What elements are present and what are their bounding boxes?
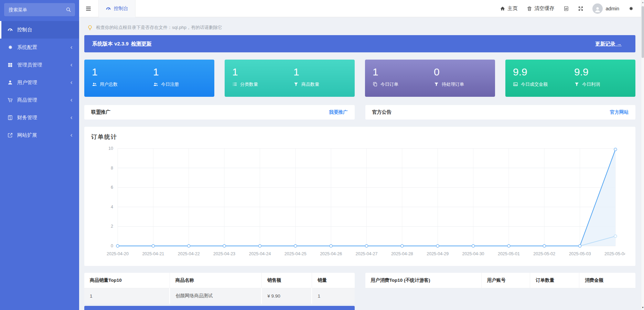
svg-text:2025-05-03: 2025-05-03 xyxy=(569,251,591,256)
stat: 9.9今日利润 xyxy=(574,66,635,97)
scroll-down-arrow[interactable]: ▼ xyxy=(641,306,644,309)
gears-icon xyxy=(628,6,634,11)
stat-label: 商品数量 xyxy=(293,81,355,87)
sidebar-item-label: 管理员管理 xyxy=(17,62,69,68)
stat: 9.9今日成交金额 xyxy=(513,66,574,97)
image-icon xyxy=(513,82,518,87)
svg-text:2025-04-23: 2025-04-23 xyxy=(213,251,235,256)
fullscreen-button[interactable] xyxy=(578,6,583,11)
fullscreen-icon xyxy=(578,6,583,11)
refresh-tab-button[interactable] xyxy=(564,6,569,11)
svg-text:2025-04-30: 2025-04-30 xyxy=(462,251,484,256)
stat-label-text: 今日注册 xyxy=(161,81,179,87)
panel-title: 联盟推广 xyxy=(91,109,110,115)
user-top10-table-card: 用户消费Top10 (不统计游客)用户账号订单数量消费金额 xyxy=(365,273,636,288)
table-cell: 创颜网络商品测试 xyxy=(170,288,261,304)
stat-label-text: 今日成交金额 xyxy=(521,81,548,87)
stat-label-text: 商品数量 xyxy=(301,81,319,87)
gauge-icon xyxy=(106,6,111,11)
panel-row: 联盟推广 我要推广 官方公告 官方网站 xyxy=(84,105,635,120)
search-input[interactable] xyxy=(4,3,75,16)
scrollbar-thumb[interactable] xyxy=(642,6,644,58)
vertical-scrollbar[interactable]: ▲ ▼ xyxy=(641,0,644,310)
sidebar-item-label: 商品管理 xyxy=(17,97,69,103)
order-stats-card: 订单统计 02468102025-04-202025-04-212025-04-… xyxy=(84,127,635,266)
ledger-icon xyxy=(7,115,13,121)
svg-text:0: 0 xyxy=(111,244,113,248)
sidebar: 控制台系统配置管理员管理用户管理商品管理财务管理网站扩展 xyxy=(0,0,79,310)
content: 检查你的站点根目录下是否存在文件：sql.php，有的话请删除它 系统版本 v2… xyxy=(79,17,644,310)
sidebar-item-user-manage[interactable]: 用户管理 xyxy=(0,74,79,91)
alert-text: 检查你的站点根目录下是否存在文件：sql.php，有的话请删除它 xyxy=(96,24,222,31)
settings-button[interactable] xyxy=(628,6,634,11)
stat-card-0: 1用户总数1今日注册 xyxy=(84,60,214,97)
home-icon xyxy=(500,6,505,11)
chevron-left-icon xyxy=(69,133,74,137)
official-site-link[interactable]: 官方网站 xyxy=(610,109,629,115)
stat-label: 用户总数 xyxy=(92,81,153,87)
table-header-cell: 用户消费Top10 (不统计游客) xyxy=(365,273,482,288)
changelog-link[interactable]: 更新记录 → xyxy=(595,41,622,46)
cart-icon xyxy=(7,97,13,103)
user-icon xyxy=(7,80,13,85)
stat-value: 1 xyxy=(373,66,434,78)
sidebar-item-site-extend[interactable]: 网站扩展 xyxy=(0,126,79,144)
stat-label: 今日注册 xyxy=(153,81,214,87)
chart-title: 订单统计 xyxy=(91,133,629,141)
topbar: 控制台 主页 清空缓存 admin xyxy=(79,0,644,17)
sidebar-item-finance-manage[interactable]: 财务管理 xyxy=(0,109,79,126)
stat-value: 0 xyxy=(434,66,495,78)
table-footer-strip xyxy=(84,306,355,310)
svg-text:10: 10 xyxy=(108,146,113,151)
stat-label: 待处理订单 xyxy=(434,81,495,87)
sidebar-item-admin-manage[interactable]: 管理员管理 xyxy=(0,56,79,74)
sidebar-item-console[interactable]: 控制台 xyxy=(0,21,79,39)
tables-row: 商品销量Top10商品名称销售额销量1创颜网络商品测试¥ 9.901 用户消费T… xyxy=(84,273,635,310)
table-header-cell: 商品名称 xyxy=(170,273,261,288)
topbar-actions: 主页 清空缓存 admin xyxy=(500,3,644,14)
main-area: 控制台 主页 清空缓存 admin xyxy=(79,0,644,310)
stat-value: 9.9 xyxy=(574,66,635,78)
version-banner: 系统版本 v2.3.9 检测更新 更新记录 → xyxy=(84,35,635,52)
order-chart-svg: 02468102025-04-202025-04-212025-04-22202… xyxy=(91,145,625,260)
svg-text:8: 8 xyxy=(111,166,113,170)
clear-cache-button[interactable]: 清空缓存 xyxy=(527,5,555,12)
svg-text:2: 2 xyxy=(111,224,113,229)
sidebar-item-system-config[interactable]: 系统配置 xyxy=(0,39,79,56)
stat-label: 今日订单 xyxy=(373,81,434,87)
chevron-left-icon xyxy=(69,63,74,67)
goods-top10-table-card: 商品销量Top10商品名称销售额销量1创颜网络商品测试¥ 9.901 xyxy=(84,273,355,304)
stat: 0待处理订单 xyxy=(434,66,495,97)
stat-value: 9.9 xyxy=(513,66,574,78)
menu-toggle-icon[interactable] xyxy=(85,6,92,11)
scroll-up-arrow[interactable]: ▲ xyxy=(641,1,644,4)
svg-text:2025-04-24: 2025-04-24 xyxy=(249,251,271,256)
stat-value: 1 xyxy=(232,66,293,78)
search-icon[interactable] xyxy=(66,7,71,12)
tab-label: 控制台 xyxy=(114,6,128,12)
table-header-cell: 消费金额 xyxy=(579,273,635,288)
home-label: 主页 xyxy=(508,5,518,12)
user-menu[interactable]: admin xyxy=(592,3,620,14)
gears-icon xyxy=(7,44,13,50)
stat-value: 1 xyxy=(92,66,153,78)
user-top10-column: 用户消费Top10 (不统计游客)用户账号订单数量消费金额 xyxy=(365,273,636,288)
funnel-icon xyxy=(574,82,579,87)
affiliate-link[interactable]: 我要推广 xyxy=(329,109,348,115)
stat-card-3: 9.9今日成交金额9.9今日利润 xyxy=(505,60,635,97)
home-button[interactable]: 主页 xyxy=(500,5,518,12)
check-update-link[interactable]: 检测更新 xyxy=(131,41,152,47)
stat-label: 今日利润 xyxy=(574,81,635,87)
svg-text:2025-04-25: 2025-04-25 xyxy=(285,251,307,256)
stat: 1今日注册 xyxy=(153,66,214,97)
chevron-left-icon xyxy=(69,116,74,120)
stat-label-text: 今日订单 xyxy=(380,81,398,87)
svg-text:2025-04-26: 2025-04-26 xyxy=(320,251,342,256)
sidebar-item-label: 用户管理 xyxy=(17,79,69,86)
svg-text:2025-04-28: 2025-04-28 xyxy=(391,251,413,256)
stat: 1今日订单 xyxy=(373,66,434,97)
svg-text:2025-04-21: 2025-04-21 xyxy=(142,251,164,256)
tab-console[interactable]: 控制台 xyxy=(98,0,136,17)
sidebar-item-goods-manage[interactable]: 商品管理 xyxy=(0,91,79,109)
avatar xyxy=(592,3,603,14)
